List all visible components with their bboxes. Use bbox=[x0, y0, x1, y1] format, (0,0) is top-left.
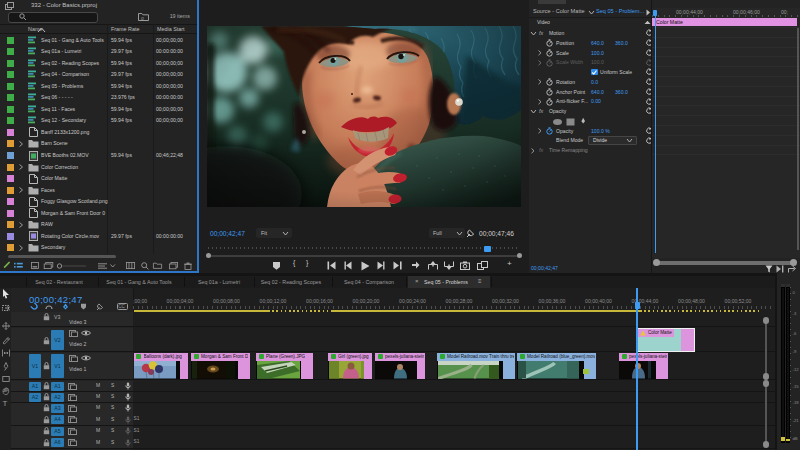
svg-text:o: o bbox=[141, 15, 144, 21]
svg-text:T: T bbox=[3, 399, 8, 408]
svg-text:CC: CC bbox=[118, 304, 125, 309]
